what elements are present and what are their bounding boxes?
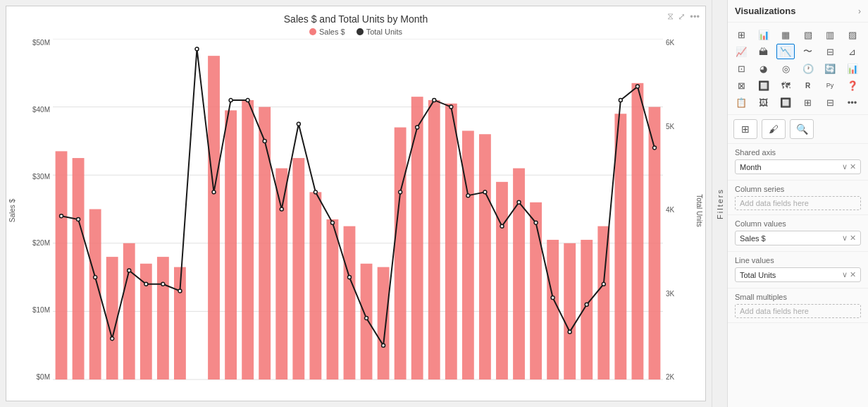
- svg-point-52: [229, 98, 232, 102]
- viz-icon-combo[interactable]: 📉: [776, 44, 795, 59]
- column-values-section: Column values Sales $ ∨ ✕: [728, 215, 868, 252]
- svg-point-76: [636, 85, 639, 88]
- viz-icon-gauge[interactable]: 🕐: [799, 61, 817, 76]
- svg-point-58: [330, 221, 334, 224]
- column-values-chip[interactable]: Sales $ ∨ ✕: [735, 231, 861, 245]
- column-series-label: Column series: [735, 185, 861, 193]
- expand-icon[interactable]: ⤢: [678, 11, 686, 22]
- legend-sales-label: Sales $: [319, 28, 345, 36]
- legend-units: Total Units: [356, 28, 402, 36]
- shared-axis-chip-actions: ∨ ✕: [842, 162, 856, 171]
- column-values-remove-icon[interactable]: ✕: [850, 233, 856, 243]
- svg-rect-15: [208, 56, 220, 379]
- more-options-icon[interactable]: •••: [690, 11, 700, 22]
- legend-sales: Sales $: [309, 28, 345, 36]
- svg-rect-19: [275, 169, 287, 379]
- shared-axis-expand-icon[interactable]: ∨: [842, 162, 848, 171]
- viz-icon-image[interactable]: 🖼: [755, 95, 773, 110]
- filters-sidebar: Filters: [712, 0, 727, 407]
- svg-point-55: [280, 207, 283, 211]
- svg-rect-24: [361, 264, 373, 379]
- viz-icon-area[interactable]: 🏔: [755, 44, 773, 59]
- analytics-button[interactable]: 🔍: [790, 119, 814, 139]
- viz-icon-py[interactable]: Py: [821, 78, 839, 93]
- viz-icon-waterfall[interactable]: ⊟: [821, 44, 839, 59]
- svg-rect-27: [411, 97, 423, 379]
- svg-rect-38: [597, 226, 609, 379]
- sidebar-header: Visualizations ›: [728, 0, 868, 23]
- svg-point-61: [382, 344, 385, 347]
- svg-point-68: [500, 224, 504, 228]
- visualizations-panel: Visualizations › ⊞ 📊 ▦ ▧ ▥ ▨ 📈 🏔 📉 〜 ⊟ ⊿…: [727, 0, 868, 407]
- viz-icon-line[interactable]: 📈: [732, 44, 750, 59]
- svg-point-46: [128, 269, 131, 272]
- shared-axis-remove-icon[interactable]: ✕: [850, 162, 856, 171]
- svg-rect-37: [581, 240, 593, 379]
- small-multiples-placeholder[interactable]: Add data fields here: [735, 304, 861, 318]
- viz-icon-ribbon[interactable]: 〜: [799, 44, 817, 59]
- filters-label: Filters: [716, 188, 724, 219]
- chart-legend: Sales $ Total Units: [6, 28, 705, 36]
- viz-icon-text[interactable]: 📋: [732, 95, 750, 110]
- svg-rect-32: [496, 182, 508, 379]
- viz-icon-more2[interactable]: ⊟: [821, 95, 839, 110]
- line-values-value: Total Units: [740, 271, 776, 279]
- line-values-label: Line values: [735, 256, 861, 265]
- legend-units-label: Total Units: [366, 28, 402, 36]
- viz-icon-more1[interactable]: ⊞: [799, 95, 817, 110]
- viz-icon-col1[interactable]: ▥: [821, 27, 839, 42]
- svg-rect-21: [309, 192, 321, 379]
- column-series-placeholder[interactable]: Add data fields here: [735, 196, 861, 210]
- viz-icon-clustered-bar[interactable]: ▧: [799, 27, 817, 42]
- svg-point-49: [178, 289, 182, 293]
- fields-button[interactable]: ⊞: [733, 119, 757, 139]
- svg-rect-26: [395, 128, 407, 379]
- viz-icon-bar[interactable]: 📊: [755, 27, 773, 42]
- svg-point-50: [195, 47, 199, 51]
- svg-point-67: [483, 190, 487, 194]
- line-values-expand-icon[interactable]: ∨: [842, 270, 848, 279]
- column-values-expand-icon[interactable]: ∨: [842, 233, 848, 243]
- viz-icon-map[interactable]: 🔲: [755, 78, 773, 93]
- viz-icon-card[interactable]: 🔄: [821, 61, 839, 76]
- viz-icon-shape[interactable]: 🔲: [776, 95, 795, 110]
- filter-icon[interactable]: ⧖: [667, 11, 674, 22]
- svg-rect-33: [513, 169, 525, 379]
- svg-rect-28: [428, 100, 440, 379]
- format-button[interactable]: 🖌: [762, 119, 786, 139]
- viz-icon-pie[interactable]: ◕: [755, 61, 773, 76]
- viz-icon-funnel[interactable]: ⊿: [843, 44, 862, 59]
- viz-icons-grid: ⊞ 📊 ▦ ▧ ▥ ▨ 📈 🏔 📉 〜 ⊟ ⊿ ⊡ ◕ ◎ 🕐 🔄 📊 ⊠ 🔲 …: [728, 23, 868, 115]
- legend-sales-dot: [309, 28, 316, 35]
- svg-point-47: [144, 282, 148, 286]
- viz-icon-filled-map[interactable]: 🗺: [776, 78, 795, 93]
- shared-axis-chip[interactable]: Month ∨ ✕: [735, 159, 861, 174]
- chart-svg: [53, 39, 663, 379]
- svg-point-62: [399, 190, 402, 194]
- chart-title: Sales $ and Total Units by Month: [6, 6, 705, 28]
- viz-icon-col2[interactable]: ▨: [843, 27, 862, 42]
- y-axis-left-label: Sales $: [9, 199, 17, 222]
- viz-icon-custom[interactable]: ❓: [843, 78, 862, 93]
- sidebar-close-button[interactable]: ›: [858, 6, 861, 16]
- svg-rect-23: [344, 226, 356, 379]
- svg-point-64: [433, 98, 436, 102]
- viz-icon-r[interactable]: R: [799, 78, 817, 93]
- line-values-chip[interactable]: Total Units ∨ ✕: [735, 267, 861, 282]
- viz-icon-donut[interactable]: ◎: [776, 61, 795, 76]
- svg-rect-22: [326, 219, 338, 379]
- viz-icon-table[interactable]: ⊞: [732, 27, 750, 42]
- svg-rect-6: [56, 151, 68, 379]
- viz-icon-kpi[interactable]: 📊: [843, 61, 862, 76]
- viz-icon-stacked-bar[interactable]: ▦: [776, 27, 795, 42]
- svg-rect-7: [73, 158, 85, 379]
- viz-icon-matrix[interactable]: ⊠: [732, 78, 750, 93]
- legend-units-dot: [356, 28, 364, 35]
- viz-icon-scatter[interactable]: ⊡: [732, 61, 750, 76]
- svg-rect-31: [479, 134, 491, 379]
- viz-icon-more3[interactable]: •••: [843, 95, 862, 110]
- svg-rect-9: [106, 257, 118, 379]
- line-values-remove-icon[interactable]: ✕: [850, 270, 856, 279]
- svg-point-77: [652, 146, 656, 150]
- svg-rect-16: [225, 110, 237, 379]
